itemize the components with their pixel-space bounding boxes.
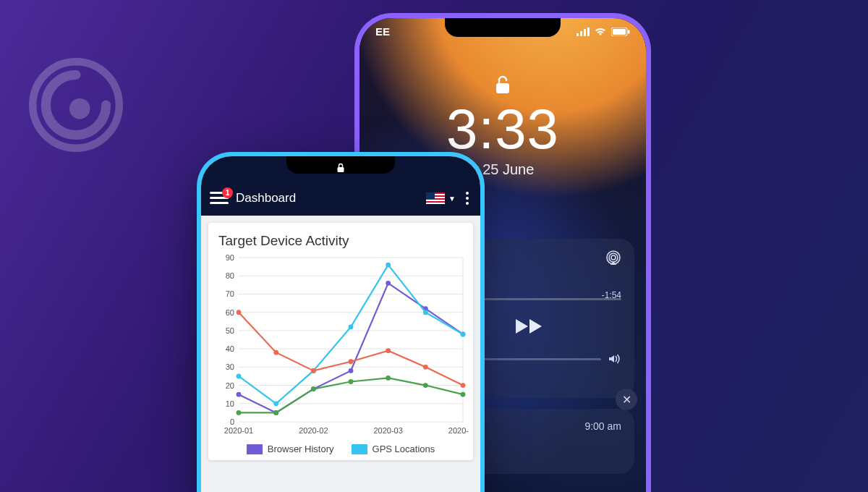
legend-item-browser-history: Browser History: [247, 444, 334, 454]
language-selector[interactable]: ▼: [426, 192, 456, 204]
svg-point-69: [423, 383, 428, 388]
music-time-remaining: -1:54: [602, 290, 621, 300]
iphone-notch: [445, 18, 561, 37]
svg-point-67: [349, 379, 354, 384]
fast-forward-button[interactable]: [515, 318, 544, 338]
dashboard-header: 1 Dashboard ▼: [201, 181, 480, 216]
svg-text:2020-04: 2020-04: [448, 426, 469, 435]
airplay-icon[interactable]: [605, 250, 621, 269]
svg-rect-3: [580, 31, 582, 36]
svg-point-51: [273, 401, 278, 406]
svg-point-46: [349, 368, 354, 373]
chevron-down-icon: ▼: [448, 195, 456, 203]
volume-high-icon: [608, 354, 621, 364]
menu-badge: 1: [222, 187, 233, 198]
svg-rect-9: [496, 83, 509, 93]
svg-point-65: [273, 410, 278, 415]
activity-chart-card: Target Device Activity 01020304050607080…: [208, 223, 473, 460]
svg-point-58: [273, 350, 278, 355]
svg-point-50: [237, 374, 242, 379]
menu-button[interactable]: 1: [210, 192, 229, 205]
svg-point-68: [386, 376, 391, 381]
svg-rect-17: [338, 167, 344, 172]
brand-logo-icon: [29, 58, 123, 152]
svg-point-53: [349, 324, 354, 329]
svg-text:2020-02: 2020-02: [299, 426, 328, 435]
svg-text:60: 60: [226, 308, 234, 317]
svg-point-63: [461, 383, 466, 388]
svg-point-47: [386, 281, 391, 286]
svg-text:50: 50: [226, 326, 234, 335]
svg-text:20: 20: [226, 381, 234, 390]
svg-text:2020-03: 2020-03: [373, 426, 402, 435]
svg-point-54: [386, 263, 391, 268]
chart-title: Target Device Activity: [216, 233, 466, 249]
carrier-label: EE: [375, 25, 390, 38]
svg-point-10: [611, 255, 616, 260]
cellular-icon: [576, 27, 590, 36]
svg-point-55: [423, 310, 428, 315]
svg-rect-7: [613, 29, 626, 35]
svg-rect-5: [587, 27, 590, 36]
activity-chart: 01020304050607080902020-012020-022020-03…: [216, 253, 469, 438]
svg-text:40: 40: [226, 344, 234, 353]
svg-point-43: [237, 392, 242, 397]
svg-text:30: 30: [226, 362, 234, 371]
svg-point-56: [461, 332, 466, 337]
close-icon[interactable]: ✕: [616, 389, 637, 410]
svg-point-61: [386, 348, 391, 353]
unlock-icon: [495, 75, 511, 98]
legend-swatch-icon: [352, 444, 367, 454]
svg-point-11: [609, 253, 618, 262]
svg-point-60: [349, 359, 354, 364]
lockscreen-time: 3:33: [359, 101, 646, 157]
svg-text:0: 0: [230, 417, 234, 426]
svg-point-70: [461, 392, 466, 397]
legend-item-gps-locations: GPS Locations: [352, 444, 435, 454]
more-options-button[interactable]: [466, 192, 469, 205]
svg-text:80: 80: [226, 271, 234, 280]
legend-swatch-icon: [247, 444, 263, 454]
svg-point-57: [237, 310, 242, 315]
flag-us-icon: [426, 192, 445, 204]
svg-rect-8: [628, 30, 630, 33]
svg-rect-2: [576, 33, 579, 36]
page-title: Dashboard: [236, 191, 296, 205]
battery-icon: [611, 27, 630, 36]
wifi-icon: [594, 27, 607, 36]
dashboard-phone: 99% 1 Dashboard ▼ Target Device A: [197, 152, 485, 492]
svg-point-59: [311, 368, 316, 373]
svg-point-66: [311, 386, 316, 391]
chart-legend: Browser History GPS Locations: [216, 444, 466, 454]
svg-point-64: [237, 410, 242, 415]
svg-text:2020-01: 2020-01: [224, 426, 253, 435]
svg-text:10: 10: [226, 399, 234, 408]
lock-icon: [337, 163, 345, 173]
summary-time: 9:00 am: [584, 420, 621, 432]
svg-point-62: [423, 365, 428, 370]
svg-point-1: [69, 98, 90, 119]
svg-rect-4: [584, 29, 586, 36]
svg-text:90: 90: [226, 253, 234, 262]
svg-text:70: 70: [226, 289, 234, 298]
